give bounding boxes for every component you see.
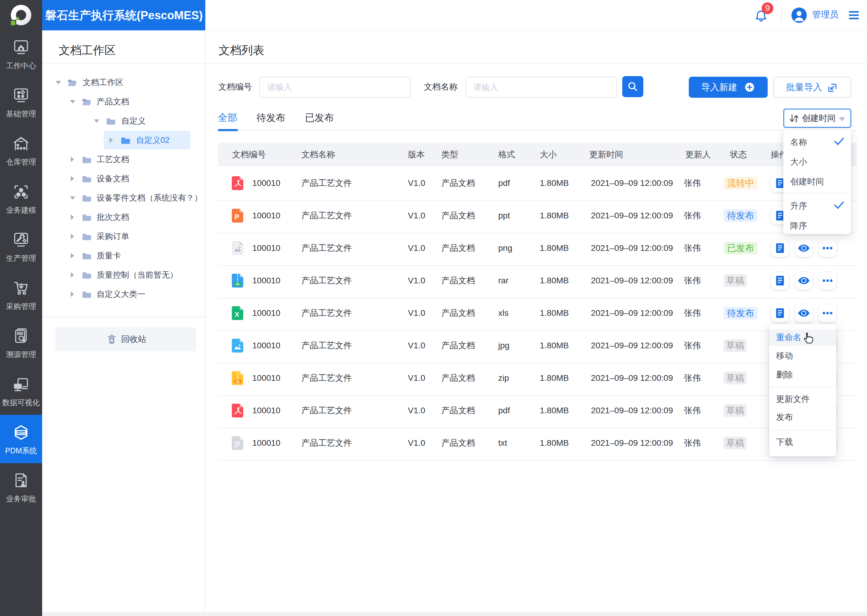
svg-text:zip: zip xyxy=(235,380,240,383)
svg-text:X: X xyxy=(235,311,239,318)
svg-text:rar: rar xyxy=(235,283,239,286)
svg-text:PDM: PDM xyxy=(17,431,25,435)
svg-text:P: P xyxy=(235,213,239,221)
